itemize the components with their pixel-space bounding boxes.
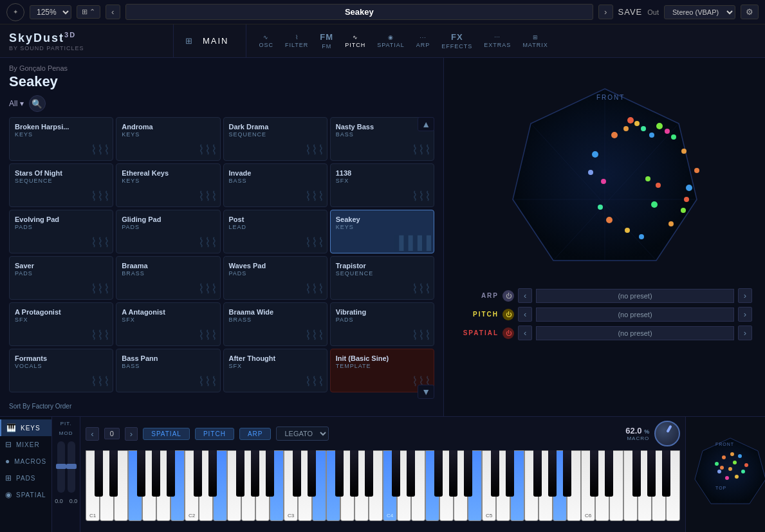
preset-card[interactable]: Dark Drama SEQUENCE ⌇⌇⌇ (223, 117, 327, 161)
spatial-mode-btn[interactable]: SPATIAL (143, 428, 190, 440)
black-key[interactable] (449, 450, 457, 497)
black-key[interactable] (266, 450, 274, 497)
sort-row[interactable]: Sort By Factory Order (9, 403, 434, 410)
filter-all-btn[interactable]: All ▾ (9, 99, 24, 108)
black-key[interactable] (137, 450, 145, 497)
nav-matrix[interactable]: ⊞ MATRIX (522, 34, 548, 48)
black-key[interactable] (464, 450, 472, 497)
legato-select[interactable]: LEGATO POLY (276, 427, 329, 441)
nav-osc[interactable]: ∿ OSC (259, 34, 274, 48)
black-key[interactable] (293, 450, 301, 497)
preset-card[interactable]: Seakey KEYS ▐▐▐▐ (330, 210, 434, 253)
kbd-prev-btn[interactable]: ‹ (86, 427, 98, 441)
preset-card[interactable]: Waves Pad PADS ⌇⌇⌇ (223, 256, 327, 300)
preset-title: Seakey (9, 73, 434, 90)
preset-card[interactable]: Bass Pann BASS ⌇⌇⌇ (116, 349, 220, 392)
black-key[interactable] (194, 450, 202, 497)
black-key[interactable] (350, 450, 358, 497)
sidebar-item-keys[interactable]: 🎹 KEYS (0, 419, 51, 436)
view-icon-btn[interactable]: ⊞ ⌃ (77, 5, 100, 19)
nav-effects[interactable]: FX EFFECTS (441, 32, 472, 50)
arp-next-btn[interactable]: › (738, 288, 752, 303)
pitch-mode-btn[interactable]: PITCH (195, 428, 234, 440)
sidebar-item-pads[interactable]: ⊞ PADS (0, 470, 51, 486)
nav-filter[interactable]: ⌇ FILTER (285, 34, 308, 48)
black-key[interactable] (647, 450, 656, 497)
preset-card[interactable]: Vibrating PADS ⌇⌇⌇ (330, 302, 434, 346)
preset-card[interactable]: After Thought SFX ⌇⌇⌇ (223, 349, 327, 392)
preset-card[interactable]: A Protagonist SFX ⌇⌇⌇ (9, 302, 113, 346)
scroll-up-btn[interactable]: ▲ (418, 117, 434, 131)
scroll-down-btn[interactable]: ▼ (418, 385, 434, 399)
preset-card[interactable]: Saver PADS ⌇⌇⌇ (9, 256, 113, 300)
black-key[interactable] (95, 450, 103, 497)
macro-knob[interactable] (654, 421, 680, 446)
main-tab-button[interactable]: MAIN (198, 33, 234, 48)
black-key[interactable] (365, 450, 373, 497)
nav-extras[interactable]: ⋯ EXTRAS (484, 34, 511, 48)
black-key[interactable] (392, 450, 400, 497)
black-key[interactable] (308, 450, 316, 497)
pitch-next-btn[interactable]: › (738, 307, 752, 322)
black-key[interactable] (590, 450, 598, 497)
spatial-power-btn[interactable]: ⏻ (502, 327, 514, 339)
nav-pitch[interactable]: ∿ PITCH (345, 34, 365, 48)
spatial-next-btn[interactable]: › (738, 326, 752, 340)
preset-card[interactable]: Trapistor SEQUENCE ⌇⌇⌇ (330, 256, 434, 300)
pit-slider[interactable] (57, 441, 65, 493)
pitch-prev-btn[interactable]: ‹ (518, 307, 532, 322)
preset-card[interactable]: Post LEAD ⌇⌇⌇ (223, 210, 327, 253)
arp-power-btn[interactable]: ⏻ (502, 290, 514, 302)
sidebar-item-mixer[interactable]: ⊟ MIXER (0, 436, 51, 453)
black-key[interactable] (167, 450, 175, 497)
black-key[interactable] (152, 450, 160, 497)
save-button[interactable]: SAVE (618, 7, 643, 17)
black-key[interactable] (632, 450, 641, 497)
black-key[interactable] (109, 450, 118, 497)
stereo-select[interactable]: Stereo (VBAP) (664, 5, 735, 19)
preset-card[interactable]: Evolving Pad PADS ⌇⌇⌇ (9, 210, 113, 253)
black-key[interactable] (208, 450, 217, 497)
spatial-prev-btn[interactable]: ‹ (518, 326, 532, 340)
preset-card[interactable]: Braama BRASS ⌇⌇⌇ (116, 256, 220, 300)
black-key[interactable] (563, 450, 571, 497)
black-key[interactable] (335, 450, 344, 497)
black-key[interactable] (251, 450, 259, 497)
preset-card-wave: ⌇⌇⌇ (198, 188, 217, 204)
black-key[interactable] (236, 450, 244, 497)
preset-card[interactable]: Braama Wide BRASS ⌇⌇⌇ (223, 302, 327, 346)
preset-card[interactable]: Androma KEYS ⌇⌇⌇ (116, 117, 220, 161)
preset-card[interactable]: 1138 SFX ⌇⌇⌇ (330, 163, 434, 207)
sidebar-item-spatial[interactable]: ◉ SPATIAL (0, 486, 51, 503)
nav-spatial[interactable]: ◉ SPATIAL (377, 34, 405, 48)
preset-card-name: Post (229, 216, 322, 224)
preset-card[interactable]: Formants VOCALS ⌇⌇⌇ (9, 349, 113, 392)
pitch-power-btn[interactable]: ⏻ (502, 309, 514, 320)
sidebar-item-macros[interactable]: ● MACROS (0, 453, 51, 470)
black-key[interactable] (662, 450, 670, 497)
nav-fm[interactable]: FM FM (320, 32, 333, 50)
black-key[interactable] (434, 450, 443, 497)
zoom-select[interactable]: 125% 100% (30, 5, 71, 19)
next-preset-btn[interactable]: › (598, 5, 613, 19)
arp-prev-btn[interactable]: ‹ (518, 288, 532, 303)
black-key[interactable] (506, 450, 514, 497)
preset-card[interactable]: Broken Harpsi... KEYS ⌇⌇⌇ (9, 117, 113, 161)
preset-card[interactable]: Gliding Pad PADS ⌇⌇⌇ (116, 210, 220, 253)
preset-card[interactable]: Ethereal Keys KEYS ⌇⌇⌇ (116, 163, 220, 207)
arp-mode-btn[interactable]: ARP (239, 428, 272, 440)
kbd-next-btn[interactable]: › (125, 427, 138, 441)
preset-card[interactable]: Invade BASS ⌇⌇⌇ (223, 163, 327, 207)
black-key[interactable] (407, 450, 415, 497)
black-key[interactable] (491, 450, 499, 497)
nav-arp[interactable]: ··· ARP (416, 34, 430, 48)
prev-preset-btn[interactable]: ‹ (106, 5, 120, 19)
preset-card[interactable]: Stars Of Night SEQUENCE ⌇⌇⌇ (9, 163, 113, 207)
black-key[interactable] (533, 450, 542, 497)
black-key[interactable] (548, 450, 557, 497)
black-key[interactable] (605, 450, 613, 497)
search-button[interactable]: 🔍 (29, 95, 46, 112)
mod-slider[interactable] (68, 441, 75, 493)
settings-button[interactable]: ⚙ (741, 5, 759, 19)
preset-card[interactable]: A Antagonist SFX ⌇⌇⌇ (116, 302, 220, 346)
